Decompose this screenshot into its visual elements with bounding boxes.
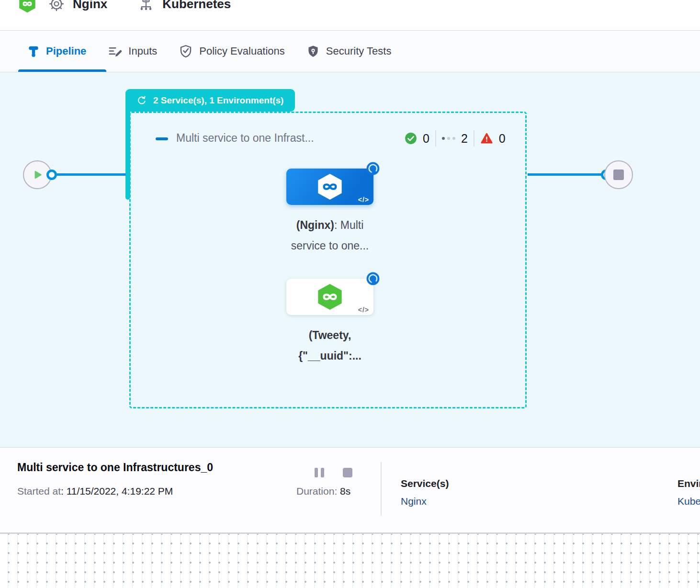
header-service-name: Nginx <box>73 0 107 11</box>
success-count: 0 <box>423 132 429 146</box>
tab-policy-evaluations-label: Policy Evaluations <box>199 45 285 57</box>
service-node-label-nginx: (Nginx): Multi service to one... <box>262 215 397 256</box>
tab-policy-evaluations[interactable]: Policy Evaluations <box>179 44 285 58</box>
loading-spinner-icon <box>366 162 380 175</box>
pipeline-execution-page: Nginx Kubernetes <box>0 0 700 588</box>
started-at: Started at: 11/15/2022, 4:19:22 PM <box>17 486 173 497</box>
services-label: Service(s) <box>401 478 449 489</box>
security-shield-icon <box>306 45 320 58</box>
failed-count: 0 <box>499 132 506 146</box>
stage-services-badge[interactable]: 2 Service(s), 1 Environment(s) <box>125 89 295 112</box>
cycle-icon <box>136 95 147 106</box>
stage-title[interactable]: Multi service to one Infrast... <box>176 132 314 145</box>
stage-badge-label: 2 Service(s), 1 Environment(s) <box>153 95 283 106</box>
pause-button[interactable] <box>315 468 324 477</box>
services-column: Service(s) Nginx <box>401 478 449 507</box>
count-divider <box>435 130 436 147</box>
environments-link[interactable]: Kubernetes <box>677 496 700 507</box>
service-node-nginx[interactable]: </> <box>286 169 373 205</box>
tab-security-tests[interactable]: Security Tests <box>306 45 392 58</box>
console-grid-area[interactable] <box>0 532 700 588</box>
services-link[interactable]: Nginx <box>401 496 449 507</box>
execution-tabbar: Pipeline Inputs Policy E <box>0 31 700 72</box>
stop-icon <box>613 170 624 180</box>
tab-security-tests-label: Security Tests <box>326 45 392 57</box>
tab-pipeline[interactable]: Pipeline <box>27 44 86 58</box>
tab-inputs[interactable]: Inputs <box>108 44 157 58</box>
execution-header: Nginx Kubernetes <box>0 0 700 31</box>
count-divider <box>474 130 474 147</box>
play-icon <box>31 169 44 181</box>
duration: Duration: 8s <box>296 486 350 497</box>
success-check-icon <box>405 132 417 145</box>
failed-warning-icon <box>480 132 493 145</box>
tab-inputs-label: Inputs <box>128 45 157 57</box>
pipeline-end-node <box>604 160 633 189</box>
stage-step-counts: 0 2 0 <box>405 130 506 147</box>
code-icon: </> <box>358 306 369 314</box>
code-icon: </> <box>358 196 369 204</box>
connector-point-left <box>46 170 57 180</box>
pipeline-canvas[interactable]: 2 Service(s), 1 Environment(s) Multi ser… <box>0 72 700 447</box>
active-tab-indicator <box>18 69 106 72</box>
environment-icon <box>138 0 154 12</box>
connector-line-left <box>52 173 126 176</box>
harness-logo-icon <box>316 173 343 201</box>
connector-line-right <box>528 173 601 176</box>
running-dots-icon <box>442 137 455 140</box>
footer-divider <box>381 462 382 516</box>
pipeline-icon <box>27 44 40 58</box>
environments-column: Environment(s) Kubernetes <box>677 478 700 507</box>
inputs-icon <box>108 44 122 58</box>
loading-spinner-icon <box>366 272 380 285</box>
stop-button[interactable] <box>343 468 352 477</box>
execution-footer: Multi service to one Infrastructures_0 S… <box>0 447 700 532</box>
policy-shield-check-icon <box>179 44 193 58</box>
service-node-tweety[interactable]: </> <box>286 279 373 315</box>
header-environment-name: Kubernetes <box>162 0 231 11</box>
harness-service-icon <box>18 0 36 13</box>
harness-logo-icon <box>316 283 343 311</box>
execution-title: Multi service to one Infrastructures_0 <box>17 461 213 474</box>
running-count: 2 <box>461 132 468 146</box>
tab-pipeline-label: Pipeline <box>46 45 86 57</box>
environments-label: Environment(s) <box>677 478 700 489</box>
stage-collapse-button[interactable] <box>156 137 168 140</box>
gear-icon <box>48 0 65 12</box>
service-node-label-tweety: (Tweety, {"__uuid":... <box>262 325 397 366</box>
